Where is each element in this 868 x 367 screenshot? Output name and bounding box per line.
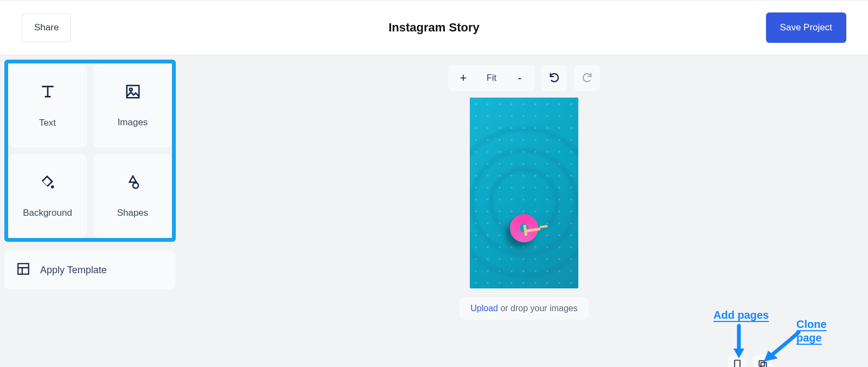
- canvas-pane: + Fit - Upload or drop your images: [180, 55, 868, 367]
- work-area: Text Images Background Shapes: [0, 55, 868, 367]
- zoom-group: + Fit -: [448, 65, 535, 91]
- redo-icon: [581, 72, 593, 85]
- annotation-clone-line1: Clone: [796, 318, 827, 331]
- upload-link[interactable]: Upload: [470, 304, 498, 313]
- annotation-clone-page: Clone page: [796, 318, 827, 345]
- canvas-swimmer: [524, 222, 549, 238]
- upload-dropzone[interactable]: Upload or drop your images: [459, 297, 588, 320]
- tool-background[interactable]: Background: [8, 154, 87, 238]
- tool-images-label: Images: [118, 117, 148, 128]
- svg-rect-5: [735, 360, 740, 367]
- svg-rect-4: [18, 263, 29, 274]
- zoom-toolbar: + Fit -: [448, 65, 600, 91]
- annotation-clone-line2: page: [796, 331, 827, 345]
- zoom-out-button[interactable]: -: [508, 65, 532, 91]
- upload-rest: or drop your images: [498, 304, 578, 313]
- clone-page-button[interactable]: [753, 355, 773, 367]
- page-title: Instagram Story: [0, 21, 868, 35]
- apply-template-button[interactable]: Apply Template: [4, 250, 176, 289]
- tool-shapes-label: Shapes: [117, 208, 149, 218]
- svg-rect-0: [126, 85, 139, 98]
- svg-rect-7: [759, 360, 764, 366]
- redo-button[interactable]: [574, 65, 600, 91]
- tool-images[interactable]: Images: [93, 63, 172, 147]
- save-project-button[interactable]: Save Project: [766, 12, 846, 43]
- svg-point-2: [51, 185, 54, 189]
- design-canvas[interactable]: [470, 98, 578, 288]
- add-page-icon: [732, 359, 743, 368]
- annotation-add-pages: Add pages: [713, 309, 769, 321]
- apply-template-label: Apply Template: [40, 265, 107, 276]
- tool-grid: Text Images Background Shapes: [4, 60, 176, 242]
- clone-page-icon: [757, 359, 768, 368]
- undo-button[interactable]: [541, 65, 567, 91]
- image-icon: [125, 83, 141, 102]
- tool-shapes[interactable]: Shapes: [93, 154, 172, 238]
- sidebar: Text Images Background Shapes: [0, 55, 180, 367]
- zoom-in-button[interactable]: +: [451, 65, 475, 91]
- undo-icon: [548, 72, 560, 85]
- svg-rect-6: [761, 362, 767, 367]
- text-icon: [39, 83, 56, 102]
- svg-point-3: [133, 183, 138, 188]
- tool-text[interactable]: Text: [8, 63, 87, 147]
- zoom-fit-button[interactable]: Fit: [475, 73, 508, 83]
- shapes-icon: [125, 174, 141, 192]
- paint-bucket-icon: [40, 174, 56, 192]
- tool-background-label: Background: [23, 208, 72, 218]
- header-bar: Share Instagram Story Save Project: [0, 0, 868, 55]
- share-button[interactable]: Share: [22, 13, 71, 42]
- svg-point-1: [129, 88, 132, 91]
- template-icon: [16, 262, 30, 279]
- add-page-button[interactable]: [728, 355, 748, 367]
- tool-text-label: Text: [39, 118, 56, 128]
- page-actions: [728, 355, 773, 367]
